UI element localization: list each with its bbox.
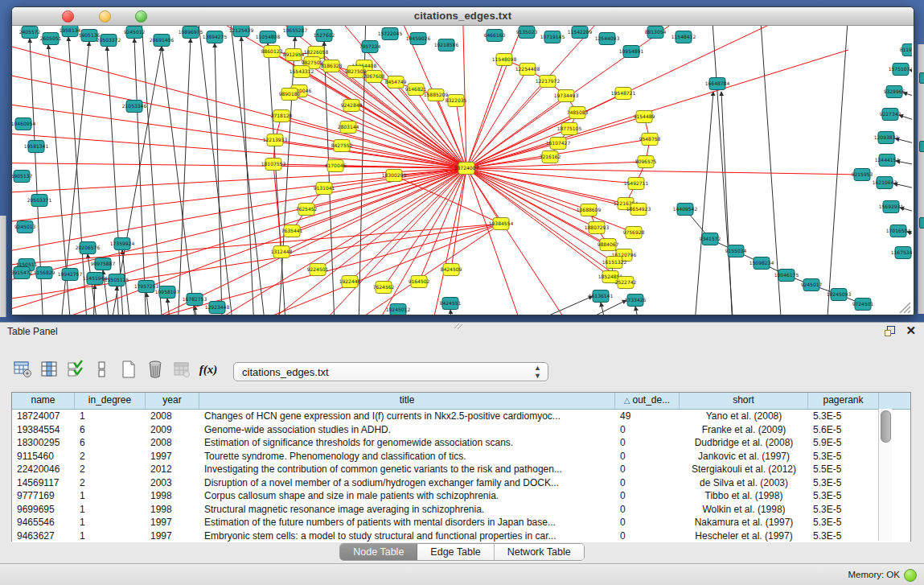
graph-node[interactable]: 7957224 (359, 41, 381, 53)
graph-node[interactable]: 2605051 (40, 33, 62, 45)
graph-node[interactable]: 2522742 (615, 277, 637, 289)
column-header-name[interactable]: name (12, 393, 75, 409)
graph-node[interactable]: 8096575 (635, 156, 657, 168)
graph-node[interactable]: 9135023 (516, 27, 538, 39)
table-row[interactable]: 2242004622012Investigating the contribut… (12, 463, 910, 476)
graph-node[interactable]: 10459026 (406, 33, 431, 45)
graph-node[interactable]: 18775105 (557, 123, 582, 135)
table-row[interactable]: 969969511998Structural magnetic resonanc… (12, 503, 910, 517)
graph-node[interactable]: 11675342 (891, 247, 912, 259)
graph-node[interactable]: 9245012 (124, 27, 146, 39)
graph-node[interactable]: 9242848 (341, 100, 363, 112)
delete-table-icon[interactable] (144, 358, 166, 381)
select-columns-icon[interactable] (64, 358, 87, 381)
graph-node[interactable]: 17359924 (110, 238, 135, 250)
graph-node[interactable]: 9884067 (598, 239, 619, 251)
graph-node[interactable]: 10655287 (283, 26, 308, 37)
graph-node[interactable]: 1527602 (314, 30, 335, 42)
graph-node[interactable]: 9245013 (14, 221, 36, 233)
column-chooser-icon[interactable] (38, 358, 60, 381)
graph-node[interactable]: 5905137 (12, 171, 33, 183)
graph-node[interactable]: 1733426 (625, 295, 647, 307)
scrollbar-thumb[interactable] (881, 410, 891, 443)
graph-node[interactable]: 19218586 (434, 39, 459, 51)
table-row[interactable]: 911546021997Tourette syndrome. Phenomeno… (12, 450, 910, 463)
close-icon[interactable]: ✕ (906, 325, 916, 336)
graph-node[interactable]: 8119304 (900, 44, 912, 56)
graph-node[interactable]: 10460954 (12, 118, 35, 130)
graph-node[interactable]: 20691406 (150, 35, 175, 47)
graph-node[interactable]: 3915472 (12, 267, 33, 279)
graph-node[interactable]: 4170046 (325, 160, 347, 172)
graph-node[interactable]: 18107553 (261, 159, 286, 171)
graph-node[interactable]: 13894275 (203, 31, 228, 43)
graph-node[interactable]: 14409542 (673, 204, 698, 216)
graph-node[interactable]: 7485083 (567, 107, 589, 119)
graph-node[interactable]: 9164502 (409, 276, 430, 288)
graph-node[interactable]: 7625452 (296, 204, 318, 216)
graph-node[interactable]: 2405572 (19, 27, 41, 39)
graph-node[interactable]: 3216162 (540, 151, 561, 163)
graph-node[interactable]: 11548412 (671, 31, 696, 43)
graph-node[interactable]: 8454749 (385, 76, 407, 89)
graph-node[interactable]: 8424509 (441, 264, 462, 276)
graph-node[interactable]: 10688609 (577, 204, 602, 216)
vertical-scrollbar[interactable] (878, 409, 892, 541)
column-header-title[interactable]: title (199, 393, 615, 409)
graph-node[interactable]: 7624562 (373, 282, 395, 294)
graph-node[interactable]: 10719145 (540, 31, 565, 43)
graph-node[interactable]: 1958134 (60, 26, 81, 37)
graph-node[interactable]: 12213933 (263, 134, 288, 146)
column-header-year[interactable]: year (146, 393, 199, 409)
graph-node[interactable]: 2067608 (363, 71, 385, 83)
function-builder-icon[interactable]: f(x) (197, 358, 220, 381)
tab-network-table[interactable]: Network Table (495, 544, 584, 560)
graph-node[interactable]: 20503371 (27, 195, 52, 207)
tab-node-table[interactable]: Node Table (340, 544, 417, 560)
table-row[interactable]: 946362711997Embryonic stem cells: a mode… (12, 529, 910, 543)
graph-node[interactable]: 8424551 (440, 298, 462, 310)
network-graph[interactable]: 2405572260505119581345905136205033729245… (12, 26, 912, 315)
column-header-out_de[interactable]: △out_de... (615, 393, 680, 409)
table-settings-icon[interactable] (11, 358, 34, 381)
graph-node[interactable]: 18245093 (827, 289, 852, 301)
graph-node[interactable]: 12544093 (595, 33, 620, 45)
graph-node[interactable]: 19581341 (24, 141, 49, 153)
graph-node[interactable]: 9131041 (314, 183, 335, 195)
graph-node[interactable]: 15722045 (378, 28, 403, 40)
graph-node[interactable]: 12093832 (874, 132, 899, 144)
graph-node[interactable]: 12254408 (515, 64, 540, 76)
graph-node[interactable]: 9155034 (725, 245, 747, 257)
tab-edge-table[interactable]: Edge Table (417, 544, 494, 560)
graph-node[interactable]: 11542209 (568, 27, 593, 39)
graph-node[interactable]: 7635441 (281, 225, 303, 237)
graph-node[interactable]: 17016504 (886, 225, 911, 237)
graph-node[interactable]: 12444154 (875, 154, 900, 167)
graph-node[interactable]: 9154489 (634, 111, 655, 123)
graph-node[interactable]: 1922448 (339, 276, 361, 288)
row-height-icon[interactable] (91, 358, 113, 381)
graph-node[interactable]: 19245012 (386, 304, 411, 315)
graph-node[interactable]: 11054808 (256, 31, 281, 43)
graph-node[interactable]: 8215953 (852, 169, 873, 181)
graph-node[interactable]: 12217972 (536, 76, 561, 88)
graph-node[interactable]: 20206576 (76, 242, 101, 254)
table-row[interactable]: 1456911722003Disruption of a novel membe… (12, 476, 910, 490)
graph-node[interactable]: 10958107 (155, 286, 180, 299)
graph-node[interactable]: 15751074 (889, 64, 912, 76)
graph-node[interactable]: 11548098 (492, 54, 517, 66)
graph-node[interactable]: 6466160 (484, 30, 506, 42)
graph-node[interactable]: 10954891 (619, 46, 644, 58)
table-row[interactable]: 1872400712008Changes of HCN gene express… (12, 410, 910, 423)
graph-node[interactable]: 8186328 (321, 60, 343, 72)
graph-node[interactable]: 9548758 (639, 134, 661, 146)
column-header-pagerank[interactable]: pagerank (808, 393, 879, 409)
graph-node[interactable]: 1156829 (34, 267, 55, 279)
graph-node[interactable]: 9756928 (623, 227, 645, 239)
float-window-icon[interactable] (885, 325, 896, 336)
graph-node[interactable]: 9341572 (700, 233, 721, 245)
graph-node[interactable]: 9224501 (307, 264, 329, 276)
graph-node[interactable]: 16210643 (873, 177, 897, 189)
graph-node[interactable]: 9890180 (279, 89, 301, 101)
graph-node[interactable]: 1312448 (271, 246, 293, 258)
